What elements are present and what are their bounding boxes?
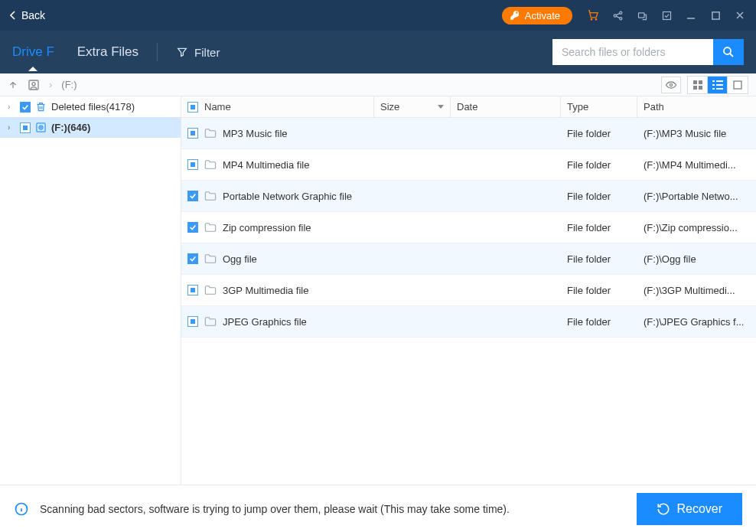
checkbox[interactable] — [187, 159, 198, 170]
tree-item[interactable]: ›Deleted files(4178) — [0, 96, 181, 117]
list-icon — [712, 80, 723, 90]
folder-icon — [204, 128, 217, 139]
minimize-icon[interactable] — [684, 8, 698, 22]
table-header: Name Size Date Type Path — [181, 96, 756, 118]
table-row[interactable]: Zip compression fileFile folder(F:)\Zip … — [181, 212, 756, 243]
maximize-icon[interactable] — [709, 8, 722, 22]
col-path[interactable]: Path — [637, 96, 756, 117]
col-size[interactable]: Size — [374, 96, 451, 117]
file-name: Ogg file — [223, 253, 257, 265]
checkbox[interactable] — [187, 128, 198, 139]
svg-rect-19 — [716, 84, 723, 86]
status-text: Scanning bad sectors, software is trying… — [40, 503, 626, 515]
table-row[interactable]: MP3 Music fileFile folder(F:)\MP3 Music … — [181, 118, 756, 149]
svg-rect-5 — [638, 12, 644, 17]
info-icon — [14, 501, 29, 517]
svg-rect-14 — [693, 86, 697, 90]
file-path: (F:)\MP3 Music file — [637, 128, 756, 139]
tab-drive[interactable]: Drive F — [12, 34, 54, 70]
table-row[interactable]: Portable Network Graphic fileFile folder… — [181, 181, 756, 212]
table-row[interactable]: MP4 Multimedia fileFile folder(F:)\MP4 M… — [181, 149, 756, 181]
tab-extra-files[interactable]: Extra Files — [77, 34, 138, 70]
tree-label: (F:)(646) — [51, 122, 90, 133]
folder-icon — [204, 316, 217, 327]
preview-toggle[interactable] — [661, 77, 681, 93]
svg-rect-7 — [712, 11, 719, 18]
activate-label: Activate — [525, 10, 560, 21]
svg-rect-17 — [716, 80, 723, 82]
view-list[interactable] — [708, 77, 728, 93]
file-name: JPEG Graphics file — [223, 316, 307, 328]
file-panel: Name Size Date Type Path MP3 Music fileF… — [181, 96, 756, 485]
toolbar: › (F:) — [0, 73, 756, 96]
filter-label: Filter — [194, 46, 220, 59]
svg-rect-21 — [716, 88, 723, 90]
share-icon[interactable] — [611, 8, 624, 22]
recover-label: Recover — [676, 502, 722, 516]
file-type: File folder — [561, 253, 637, 265]
filter-button[interactable]: Filter — [176, 46, 220, 59]
checkbox[interactable] — [20, 102, 31, 113]
menu-icon[interactable] — [660, 8, 673, 22]
checkbox[interactable] — [187, 191, 198, 201]
back-button[interactable]: Back — [9, 9, 45, 21]
file-name: 3GP Multimedia file — [223, 285, 308, 296]
drive-icon — [35, 122, 47, 133]
col-date[interactable]: Date — [451, 96, 561, 117]
file-type: File folder — [561, 128, 637, 139]
cart-icon[interactable] — [586, 8, 600, 22]
col-type[interactable]: Type — [561, 96, 637, 117]
svg-point-11 — [670, 83, 672, 86]
view-detail[interactable] — [728, 77, 748, 93]
svg-rect-12 — [693, 80, 697, 84]
search-button[interactable] — [713, 39, 744, 65]
sort-icon — [438, 105, 444, 109]
checkbox[interactable] — [187, 285, 198, 295]
recover-button[interactable]: Recover — [637, 493, 742, 525]
up-icon[interactable] — [8, 80, 18, 90]
svg-point-25 — [41, 127, 41, 128]
file-name: Zip compression file — [223, 222, 311, 233]
tree-label: Deleted files(4178) — [51, 101, 135, 113]
expand-icon[interactable]: › — [8, 123, 15, 132]
table-row[interactable]: JPEG Graphics fileFile folder(F:)\JPEG G… — [181, 306, 756, 338]
svg-point-10 — [32, 82, 35, 85]
col-name[interactable]: Name — [204, 101, 231, 113]
svg-rect-16 — [712, 80, 715, 82]
svg-point-8 — [724, 47, 731, 54]
expand-icon[interactable]: › — [8, 103, 15, 111]
folder-icon — [204, 285, 217, 295]
title-icons — [586, 8, 747, 22]
close-icon[interactable] — [733, 8, 747, 22]
trash-icon — [35, 101, 47, 113]
table-row[interactable]: 3GP Multimedia fileFile folder(F:)\3GP M… — [181, 275, 756, 306]
checkbox[interactable] — [187, 253, 198, 264]
folder-icon — [204, 253, 217, 264]
checkbox[interactable] — [187, 222, 198, 233]
tree-item[interactable]: ›(F:)(646) — [0, 117, 181, 138]
file-path: (F:)\MP4 Multimedi... — [637, 159, 756, 171]
view-grid[interactable] — [688, 77, 708, 93]
user-icon[interactable] — [28, 79, 40, 91]
svg-rect-13 — [699, 80, 702, 84]
file-type: File folder — [561, 191, 637, 202]
breadcrumb[interactable]: (F:) — [61, 79, 77, 90]
table-row[interactable]: Ogg fileFile folder(F:)\Ogg file — [181, 243, 756, 275]
checkbox[interactable] — [187, 316, 198, 327]
svg-rect-18 — [712, 84, 715, 86]
svg-rect-6 — [663, 11, 670, 19]
titlebar: Back Activate — [0, 0, 756, 31]
svg-point-0 — [591, 19, 591, 20]
folder-icon — [204, 159, 217, 170]
filter-icon — [176, 46, 188, 58]
file-path: (F:)\JPEG Graphics f... — [637, 316, 756, 328]
search-input[interactable] — [552, 39, 713, 65]
detail-icon — [733, 80, 742, 90]
search-icon — [722, 45, 735, 59]
svg-rect-20 — [712, 88, 715, 90]
feedback-icon[interactable] — [635, 8, 649, 22]
checkbox[interactable] — [20, 122, 31, 133]
folder-icon — [204, 191, 217, 201]
activate-button[interactable]: Activate — [502, 7, 572, 24]
select-all-checkbox[interactable] — [187, 102, 198, 113]
